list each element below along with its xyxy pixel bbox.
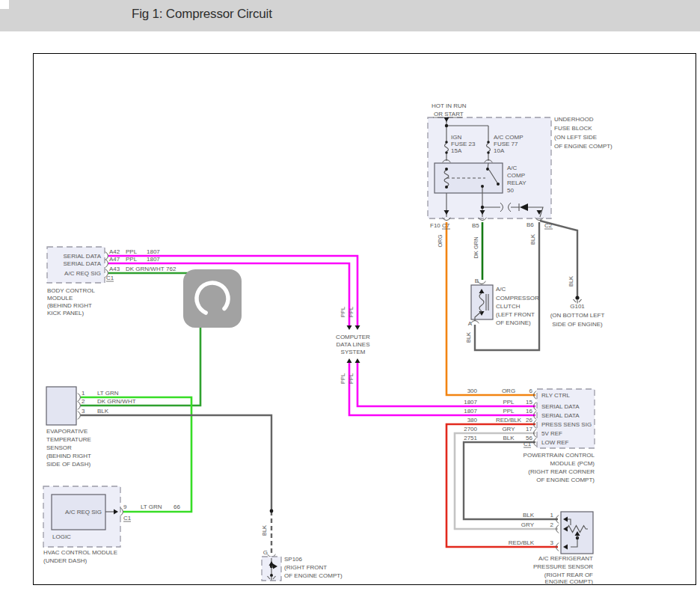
junction-dot [445,124,448,127]
sp106-caption-line: (RIGHT FRONT [284,564,327,571]
fuse-end-dot [487,141,490,144]
circuit-number: 2751 [464,435,477,441]
pin-label: 3 [82,408,85,414]
fuse-end-dot [487,151,490,154]
data-lines-caption-line: SYSTEM [341,349,366,355]
wire-color-label: DK GRN/WHT [97,398,136,405]
wire-color-label: BLK [97,408,109,414]
wire-color-label: RED/BLK [496,417,522,423]
ac-comp-relay: A/C COMP RELAY 50 [435,160,526,195]
pin-label: 2 [550,521,554,528]
pin-label: F10 [430,222,440,229]
bcm-caption-line: MODULE [47,295,73,302]
hot-feed-label: HOT IN RUN [432,102,467,109]
loading-spinner-icon [183,269,242,328]
ground-dot [270,574,273,577]
pin-label: 3 [550,539,554,546]
g101-caption-line: G101 [570,303,585,310]
hot-feed-label: OR START [434,111,464,117]
pin-label: 2 [82,398,85,405]
wire-color-label: BLK [503,435,515,441]
pin-label: G [263,549,268,556]
switch-contact-dot [486,168,489,171]
fuse-label-line: FUSE 77 [494,141,518,147]
evap-caption-line: EVAPORATIVE [46,428,88,435]
diagram-border [34,54,696,585]
wire-tag: PPL [340,373,346,384]
pin-label: B [475,278,479,284]
clutch-caption-line: COMPRESSOR [496,295,539,302]
pin-label: A47 [109,256,120,263]
evap-caption-line: (BEHIND RIGHT [46,453,91,459]
pin-label: 1 [82,390,85,397]
connector-label: C7 [442,222,450,229]
wire-tag: BLK [465,332,472,343]
bcm-port-label: SERIAL DATA [63,260,101,267]
hvac-caption-line: (UNDER DASH) [43,557,88,564]
circuit-number: 1807 [147,256,160,263]
junction-dot [481,206,484,209]
evap-box [46,387,76,425]
clutch-caption-line: A/C [496,286,506,293]
pcm-port-label: 5V REF [541,430,562,437]
circuit-number: 66 [174,504,180,510]
bcm-caption-line: BODY CONTROL [47,287,95,294]
clutch-caption-line: CLUTCH [496,303,521,310]
wire-color-label: RED/BLK [509,539,535,546]
connector-label: C1 [524,441,532,447]
pcm-caption-line: (RIGHT REAR CORNER [528,468,595,475]
wire-tag: ORG [437,234,443,247]
g101-caption-line: SIDE OF ENGINE) [552,321,603,328]
bcm-caption-line: KICK PANEL) [47,310,85,316]
sensor-caption-line: A/C REFRIGERANT [538,555,593,562]
pin-label: 17 [526,426,532,432]
g101-caption-line: (ON BOTTOM LEFT [550,312,605,319]
evap-caption-line: SIDE OF DASH) [46,461,90,468]
figure-page: Fig 1: Compressor Circuit [0,0,700,609]
wire-tag: PPL [348,373,354,384]
sp106-caption-line: SP106 [284,556,303,563]
sp106-caption-line: OF ENGINE COMPT) [284,572,343,579]
wire-color-label: ORG [502,388,515,394]
circuit-number: 1807 [464,408,477,414]
wire-color-label: BLK [523,512,535,518]
wire-color-label: GRY [502,426,515,432]
wire-color-label: PPL [126,248,138,255]
connector-label: C2 [544,222,553,229]
pcm-caption-line: POWERTRAIN CONTROL [524,452,595,459]
circuit-number: 1807 [464,399,477,406]
fuse-block-caption-line: UNDERHOOD [554,116,594,123]
pin-label: 6 [529,388,533,394]
pin-label: 9 [123,504,127,510]
clutch-caption-line: (LEFT FRONT [496,311,535,318]
fuse-end-dot [445,151,448,154]
wire-color-label: GRY [521,521,535,528]
fuse-label-line: IGN [451,134,461,141]
wire-tag: BLK [529,234,536,245]
circuit-number: 762 [166,266,176,272]
circuit-number: 300 [467,388,478,394]
fuse-block-caption-line: OF ENGINE COMPT) [554,143,612,150]
circuit-number: 380 [467,417,478,423]
pin-label: 26 [526,417,532,423]
fuse-end-dot [445,141,448,144]
bcm-port-label: SERIAL DATA [63,253,101,260]
evap-caption-line: SENSOR [46,444,72,451]
wire-color-label: LT GRN [97,390,119,397]
wire-tag: BLK [568,276,574,287]
sensor-caption-line: PRESSURE SENSOR [533,563,593,570]
pin-label: 16 [526,408,532,414]
fuse-label-line: 15A [451,147,462,154]
pcm-port-label: SERIAL DATA [541,403,580,410]
hvac-logic-label: LOGIC [52,533,71,540]
switch-output-dot [481,185,484,188]
pcm-port-label: SERIAL DATA [541,412,580,419]
wire-color-label: LT GRN [141,504,162,510]
sensor-caption-line: ENGINE COMPT) [545,578,594,585]
wire-color-label: DK GRN/WHT [126,266,165,272]
wiring-diagram-canvas: HOT IN RUN OR START UNDERHOOD FUSE BLOCK… [0,0,700,609]
relay-label-line: 50 [507,187,514,194]
relay-label-line: RELAY [507,180,526,186]
junction-dot [270,509,274,513]
pin-label: B5 [472,222,479,229]
